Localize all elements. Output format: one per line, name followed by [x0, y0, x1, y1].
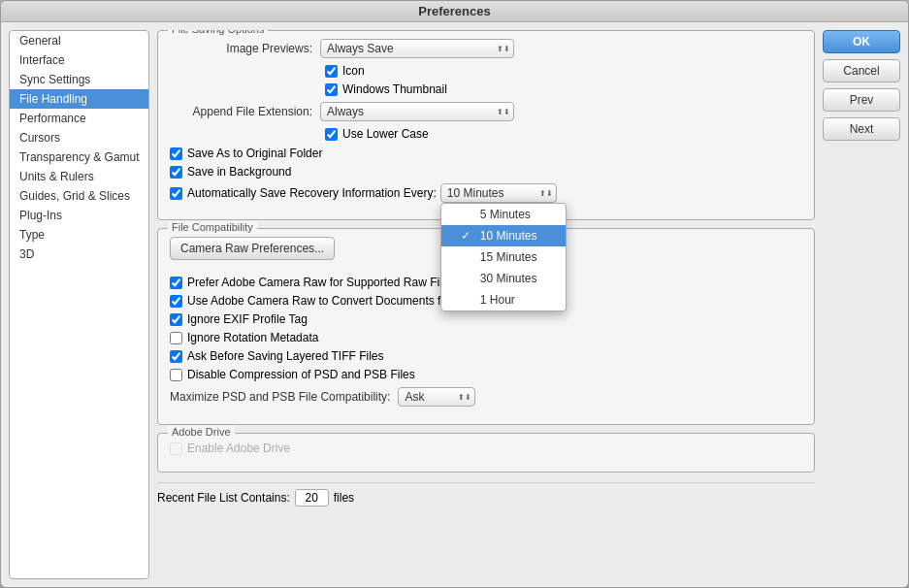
enable-adobe-drive-row: Enable Adobe Drive — [170, 441, 802, 455]
auto-save-dropdown: 5 Minutes ✓ 10 Minutes 15 Minutes — [440, 203, 567, 311]
dropdown-item-1hour[interactable]: 1 Hour — [441, 289, 566, 310]
append-extension-row: Append File Extension: Always Never Ask … — [170, 102, 802, 121]
sidebar-item-3d[interactable]: 3D — [10, 245, 148, 264]
next-button[interactable]: Next — [823, 117, 900, 141]
sidebar-item-interface[interactable]: Interface — [10, 50, 148, 70]
append-select-wrapper[interactable]: Always Never Ask When Saving — [320, 102, 514, 121]
prefer-camera-raw-label: Prefer Adobe Camera Raw for Supported Ra… — [187, 276, 454, 289]
prev-button[interactable]: Prev — [823, 88, 900, 112]
icon-checkbox-row: Icon — [325, 64, 802, 78]
sidebar-item-file-handling[interactable]: File Handling — [10, 89, 148, 109]
preferences-window: Preferences GeneralInterfaceSync Setting… — [0, 0, 909, 588]
disable-compression-label: Disable Compression of PSD and PSB Files — [187, 368, 415, 381]
adobe-drive-title: Adobe Drive — [168, 426, 235, 438]
sidebar-item-cursors[interactable]: Cursors — [10, 128, 148, 147]
dropdown-label-15min: 15 Minutes — [480, 250, 537, 264]
lower-case-label: Use Lower Case — [342, 127, 429, 141]
dropdown-item-5min[interactable]: 5 Minutes — [441, 204, 566, 225]
maximize-select[interactable]: Ask Always Never — [398, 387, 475, 407]
windows-thumbnail-label: Windows Thumbnail — [342, 82, 447, 96]
disable-compression-row: Disable Compression of PSD and PSB Files — [170, 368, 802, 381]
dropdown-label-5min: 5 Minutes — [480, 208, 531, 221]
recent-label-before: Recent File List Contains: — [157, 491, 290, 505]
check-15min — [461, 250, 474, 264]
check-30min — [461, 272, 474, 285]
save-as-original-label: Save As to Original Folder — [187, 147, 322, 160]
file-saving-group: File Saving Options Image Previews: Alwa… — [157, 30, 815, 220]
cancel-button[interactable]: Cancel — [823, 59, 900, 82]
main-content: File Saving Options Image Previews: Alwa… — [157, 30, 815, 579]
dropdown-label-30min: 30 Minutes — [480, 272, 537, 285]
use-camera-raw-checkbox[interactable] — [170, 295, 182, 308]
auto-save-select-container[interactable]: 10 Minutes — [440, 183, 557, 203]
check-10min: ✓ — [461, 229, 474, 243]
dropdown-label-10min: 10 Minutes — [480, 229, 537, 243]
auto-save-label: Automatically Save Recovery Information … — [187, 186, 437, 200]
ignore-exif-label: Ignore EXIF Profile Tag — [187, 312, 308, 326]
ignore-rotation-checkbox[interactable] — [170, 332, 182, 344]
dropdown-item-30min[interactable]: 30 Minutes — [441, 268, 566, 289]
dropdown-label-1hour: 1 Hour — [480, 293, 515, 307]
ignore-exif-checkbox[interactable] — [170, 313, 182, 326]
ignore-exif-row: Ignore EXIF Profile Tag — [170, 312, 802, 326]
sidebar-item-guides-grid-slices[interactable]: Guides, Grid & Slices — [10, 186, 148, 206]
window-body: GeneralInterfaceSync SettingsFile Handli… — [1, 22, 908, 587]
ask-tiff-label: Ask Before Saving Layered TIFF Files — [187, 349, 384, 363]
auto-save-row: Automatically Save Recovery Information … — [170, 183, 802, 203]
file-saving-title: File Saving Options — [168, 30, 268, 35]
sidebar-item-units-rulers[interactable]: Units & Rulers — [10, 167, 148, 186]
ask-tiff-checkbox[interactable] — [170, 350, 182, 363]
content-area: File Saving Options Image Previews: Alwa… — [157, 30, 815, 579]
image-previews-select[interactable]: Always Save Never Save Ask When Saving — [320, 39, 514, 58]
save-background-label: Save in Background — [187, 165, 291, 179]
save-as-original-checkbox[interactable] — [170, 147, 182, 160]
lower-case-row: Use Lower Case — [325, 127, 802, 141]
icon-checkbox[interactable] — [325, 65, 338, 78]
save-background-checkbox[interactable] — [170, 166, 182, 179]
sidebar-item-performance[interactable]: Performance — [10, 109, 148, 128]
image-previews-row: Image Previews: Always Save Never Save A… — [170, 39, 802, 58]
ignore-rotation-row: Ignore Rotation Metadata — [170, 331, 802, 344]
sidebar-item-sync-settings[interactable]: Sync Settings — [10, 70, 148, 89]
enable-adobe-drive-label: Enable Adobe Drive — [187, 441, 290, 455]
auto-save-dropdown-wrapper[interactable]: 10 Minutes 5 Minutes ✓ — [440, 183, 557, 203]
image-previews-select-wrapper[interactable]: Always Save Never Save Ask When Saving — [320, 39, 514, 58]
append-select[interactable]: Always Never Ask When Saving — [320, 102, 514, 121]
prefer-camera-raw-checkbox[interactable] — [170, 277, 182, 289]
ok-button[interactable]: OK — [823, 30, 900, 53]
sidebar-item-transparency-gamut[interactable]: Transparency & Gamut — [10, 147, 148, 167]
sidebar-item-type[interactable]: Type — [10, 225, 148, 245]
disable-compression-checkbox[interactable] — [170, 369, 182, 381]
title-bar: Preferences — [1, 1, 908, 22]
windows-thumbnail-row: Windows Thumbnail — [325, 82, 802, 96]
camera-raw-button[interactable]: Camera Raw Preferences... — [170, 237, 335, 260]
maximize-label: Maximize PSD and PSB File Compatibility: — [170, 390, 398, 404]
ask-tiff-row: Ask Before Saving Layered TIFF Files — [170, 349, 802, 363]
recent-label-after: files — [334, 491, 354, 505]
file-compatibility-title: File Compatibility — [168, 221, 257, 233]
lower-case-checkbox[interactable] — [325, 128, 338, 141]
window-title: Preferences — [418, 4, 490, 18]
save-background-row: Save in Background — [170, 165, 802, 179]
buttons-panel: OK Cancel Prev Next — [823, 30, 900, 579]
recent-file-count-input[interactable] — [295, 489, 329, 506]
ignore-rotation-label: Ignore Rotation Metadata — [187, 331, 318, 344]
sidebar-item-general[interactable]: General — [10, 31, 148, 50]
auto-save-select[interactable]: 10 Minutes — [440, 183, 557, 203]
enable-adobe-drive-checkbox[interactable] — [170, 442, 182, 455]
dropdown-item-10min[interactable]: ✓ 10 Minutes — [441, 225, 566, 246]
check-1hour — [461, 293, 474, 307]
check-5min — [461, 208, 474, 221]
maximize-row: Maximize PSD and PSB File Compatibility:… — [170, 387, 802, 407]
dropdown-item-15min[interactable]: 15 Minutes — [441, 246, 566, 268]
maximize-select-wrapper[interactable]: Ask Always Never — [398, 387, 475, 407]
append-label: Append File Extension: — [170, 105, 320, 118]
adobe-drive-group: Adobe Drive Enable Adobe Drive — [157, 433, 815, 473]
save-as-original-row: Save As to Original Folder — [170, 147, 802, 160]
windows-thumbnail-checkbox[interactable] — [325, 83, 338, 96]
icon-label: Icon — [342, 64, 365, 78]
auto-save-checkbox[interactable] — [170, 187, 182, 200]
sidebar-item-plug-ins[interactable]: Plug-Ins — [10, 206, 148, 225]
sidebar: GeneralInterfaceSync SettingsFile Handli… — [9, 30, 149, 579]
image-previews-label: Image Previews: — [170, 42, 320, 55]
